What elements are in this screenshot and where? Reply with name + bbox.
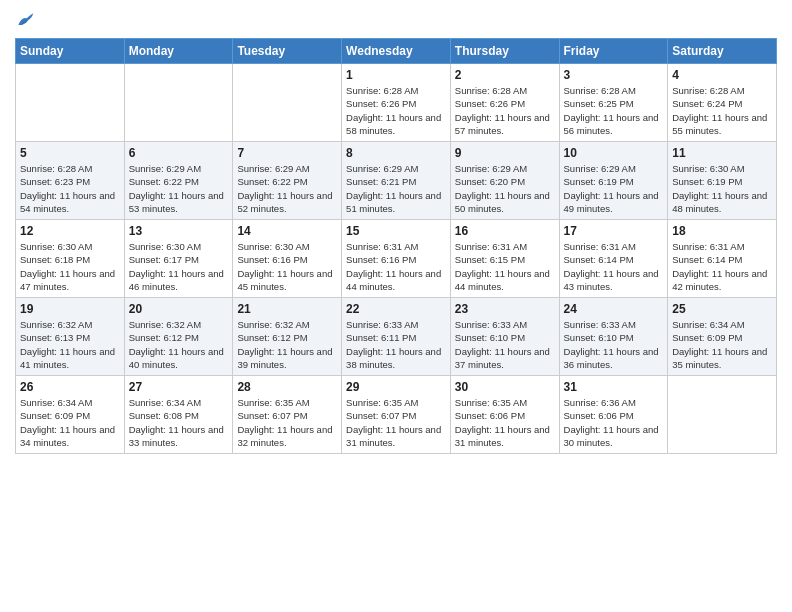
day-number: 22: [346, 302, 446, 316]
calendar-cell: 21Sunrise: 6:32 AMSunset: 6:12 PMDayligh…: [233, 298, 342, 376]
calendar-cell: 18Sunrise: 6:31 AMSunset: 6:14 PMDayligh…: [668, 220, 777, 298]
calendar-cell: 10Sunrise: 6:29 AMSunset: 6:19 PMDayligh…: [559, 142, 668, 220]
cell-content: Sunrise: 6:32 AMSunset: 6:12 PMDaylight:…: [129, 318, 229, 371]
weekday-header-row: SundayMondayTuesdayWednesdayThursdayFrid…: [16, 39, 777, 64]
logo: [15, 10, 39, 30]
calendar-cell: 17Sunrise: 6:31 AMSunset: 6:14 PMDayligh…: [559, 220, 668, 298]
calendar-cell: 24Sunrise: 6:33 AMSunset: 6:10 PMDayligh…: [559, 298, 668, 376]
cell-content: Sunrise: 6:35 AMSunset: 6:06 PMDaylight:…: [455, 396, 555, 449]
day-number: 11: [672, 146, 772, 160]
cell-content: Sunrise: 6:32 AMSunset: 6:13 PMDaylight:…: [20, 318, 120, 371]
cell-content: Sunrise: 6:31 AMSunset: 6:16 PMDaylight:…: [346, 240, 446, 293]
cell-content: Sunrise: 6:28 AMSunset: 6:24 PMDaylight:…: [672, 84, 772, 137]
calendar-cell: 28Sunrise: 6:35 AMSunset: 6:07 PMDayligh…: [233, 376, 342, 454]
calendar-cell: 1Sunrise: 6:28 AMSunset: 6:26 PMDaylight…: [342, 64, 451, 142]
weekday-header-thursday: Thursday: [450, 39, 559, 64]
calendar-cell: 11Sunrise: 6:30 AMSunset: 6:19 PMDayligh…: [668, 142, 777, 220]
day-number: 20: [129, 302, 229, 316]
calendar-cell: 15Sunrise: 6:31 AMSunset: 6:16 PMDayligh…: [342, 220, 451, 298]
calendar-cell: 26Sunrise: 6:34 AMSunset: 6:09 PMDayligh…: [16, 376, 125, 454]
cell-content: Sunrise: 6:28 AMSunset: 6:25 PMDaylight:…: [564, 84, 664, 137]
calendar-cell: 5Sunrise: 6:28 AMSunset: 6:23 PMDaylight…: [16, 142, 125, 220]
calendar-cell: 13Sunrise: 6:30 AMSunset: 6:17 PMDayligh…: [124, 220, 233, 298]
cell-content: Sunrise: 6:30 AMSunset: 6:16 PMDaylight:…: [237, 240, 337, 293]
week-row-3: 12Sunrise: 6:30 AMSunset: 6:18 PMDayligh…: [16, 220, 777, 298]
calendar-cell: 25Sunrise: 6:34 AMSunset: 6:09 PMDayligh…: [668, 298, 777, 376]
week-row-5: 26Sunrise: 6:34 AMSunset: 6:09 PMDayligh…: [16, 376, 777, 454]
calendar-cell: 3Sunrise: 6:28 AMSunset: 6:25 PMDaylight…: [559, 64, 668, 142]
calendar-cell: 31Sunrise: 6:36 AMSunset: 6:06 PMDayligh…: [559, 376, 668, 454]
calendar-cell: 19Sunrise: 6:32 AMSunset: 6:13 PMDayligh…: [16, 298, 125, 376]
cell-content: Sunrise: 6:34 AMSunset: 6:09 PMDaylight:…: [672, 318, 772, 371]
day-number: 30: [455, 380, 555, 394]
cell-content: Sunrise: 6:29 AMSunset: 6:22 PMDaylight:…: [129, 162, 229, 215]
day-number: 26: [20, 380, 120, 394]
cell-content: Sunrise: 6:35 AMSunset: 6:07 PMDaylight:…: [237, 396, 337, 449]
day-number: 2: [455, 68, 555, 82]
cell-content: Sunrise: 6:29 AMSunset: 6:21 PMDaylight:…: [346, 162, 446, 215]
day-number: 5: [20, 146, 120, 160]
calendar-cell: 6Sunrise: 6:29 AMSunset: 6:22 PMDaylight…: [124, 142, 233, 220]
day-number: 18: [672, 224, 772, 238]
day-number: 16: [455, 224, 555, 238]
day-number: 4: [672, 68, 772, 82]
weekday-header-wednesday: Wednesday: [342, 39, 451, 64]
cell-content: Sunrise: 6:30 AMSunset: 6:18 PMDaylight:…: [20, 240, 120, 293]
day-number: 14: [237, 224, 337, 238]
day-number: 27: [129, 380, 229, 394]
calendar-cell: 4Sunrise: 6:28 AMSunset: 6:24 PMDaylight…: [668, 64, 777, 142]
calendar-cell: 16Sunrise: 6:31 AMSunset: 6:15 PMDayligh…: [450, 220, 559, 298]
day-number: 23: [455, 302, 555, 316]
calendar-table: SundayMondayTuesdayWednesdayThursdayFrid…: [15, 38, 777, 454]
cell-content: Sunrise: 6:29 AMSunset: 6:20 PMDaylight:…: [455, 162, 555, 215]
logo-bird-icon: [15, 10, 35, 30]
cell-content: Sunrise: 6:34 AMSunset: 6:08 PMDaylight:…: [129, 396, 229, 449]
day-number: 7: [237, 146, 337, 160]
calendar-cell: [668, 376, 777, 454]
weekday-header-tuesday: Tuesday: [233, 39, 342, 64]
day-number: 1: [346, 68, 446, 82]
cell-content: Sunrise: 6:28 AMSunset: 6:23 PMDaylight:…: [20, 162, 120, 215]
day-number: 8: [346, 146, 446, 160]
day-number: 28: [237, 380, 337, 394]
cell-content: Sunrise: 6:30 AMSunset: 6:17 PMDaylight:…: [129, 240, 229, 293]
cell-content: Sunrise: 6:29 AMSunset: 6:19 PMDaylight:…: [564, 162, 664, 215]
weekday-header-saturday: Saturday: [668, 39, 777, 64]
week-row-4: 19Sunrise: 6:32 AMSunset: 6:13 PMDayligh…: [16, 298, 777, 376]
calendar-cell: [16, 64, 125, 142]
calendar-cell: 22Sunrise: 6:33 AMSunset: 6:11 PMDayligh…: [342, 298, 451, 376]
day-number: 24: [564, 302, 664, 316]
cell-content: Sunrise: 6:32 AMSunset: 6:12 PMDaylight:…: [237, 318, 337, 371]
cell-content: Sunrise: 6:31 AMSunset: 6:14 PMDaylight:…: [564, 240, 664, 293]
cell-content: Sunrise: 6:33 AMSunset: 6:10 PMDaylight:…: [564, 318, 664, 371]
day-number: 19: [20, 302, 120, 316]
calendar-cell: 27Sunrise: 6:34 AMSunset: 6:08 PMDayligh…: [124, 376, 233, 454]
calendar-cell: 20Sunrise: 6:32 AMSunset: 6:12 PMDayligh…: [124, 298, 233, 376]
cell-content: Sunrise: 6:30 AMSunset: 6:19 PMDaylight:…: [672, 162, 772, 215]
calendar-cell: [124, 64, 233, 142]
calendar-cell: 9Sunrise: 6:29 AMSunset: 6:20 PMDaylight…: [450, 142, 559, 220]
day-number: 9: [455, 146, 555, 160]
day-number: 3: [564, 68, 664, 82]
cell-content: Sunrise: 6:31 AMSunset: 6:15 PMDaylight:…: [455, 240, 555, 293]
calendar-cell: 30Sunrise: 6:35 AMSunset: 6:06 PMDayligh…: [450, 376, 559, 454]
cell-content: Sunrise: 6:36 AMSunset: 6:06 PMDaylight:…: [564, 396, 664, 449]
day-number: 29: [346, 380, 446, 394]
cell-content: Sunrise: 6:28 AMSunset: 6:26 PMDaylight:…: [346, 84, 446, 137]
calendar-cell: 2Sunrise: 6:28 AMSunset: 6:26 PMDaylight…: [450, 64, 559, 142]
cell-content: Sunrise: 6:33 AMSunset: 6:10 PMDaylight:…: [455, 318, 555, 371]
day-number: 10: [564, 146, 664, 160]
day-number: 15: [346, 224, 446, 238]
day-number: 17: [564, 224, 664, 238]
weekday-header-sunday: Sunday: [16, 39, 125, 64]
weekday-header-monday: Monday: [124, 39, 233, 64]
cell-content: Sunrise: 6:31 AMSunset: 6:14 PMDaylight:…: [672, 240, 772, 293]
calendar-cell: 14Sunrise: 6:30 AMSunset: 6:16 PMDayligh…: [233, 220, 342, 298]
week-row-2: 5Sunrise: 6:28 AMSunset: 6:23 PMDaylight…: [16, 142, 777, 220]
calendar-cell: 12Sunrise: 6:30 AMSunset: 6:18 PMDayligh…: [16, 220, 125, 298]
calendar-cell: 23Sunrise: 6:33 AMSunset: 6:10 PMDayligh…: [450, 298, 559, 376]
day-number: 12: [20, 224, 120, 238]
cell-content: Sunrise: 6:34 AMSunset: 6:09 PMDaylight:…: [20, 396, 120, 449]
day-number: 13: [129, 224, 229, 238]
calendar-cell: 7Sunrise: 6:29 AMSunset: 6:22 PMDaylight…: [233, 142, 342, 220]
